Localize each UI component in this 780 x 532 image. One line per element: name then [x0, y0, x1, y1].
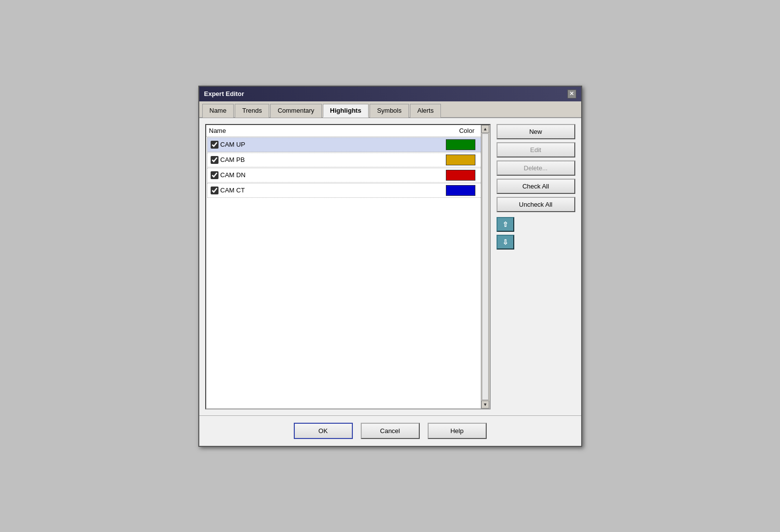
delete-button[interactable]: Delete... [497, 160, 575, 176]
tab-commentary[interactable]: Commentary [270, 104, 321, 118]
close-button[interactable]: ✕ [567, 90, 576, 98]
title-bar: Expert Editor ✕ [199, 87, 581, 101]
list-header: Name Color [206, 125, 490, 137]
move-down-button[interactable]: ⇩ [497, 235, 514, 250]
item-checkbox-cam-dn[interactable] [211, 171, 218, 179]
help-button[interactable]: Help [428, 423, 487, 439]
item-name-cam-up: CAM UP [220, 141, 446, 148]
down-arrow-icon: ⇩ [502, 238, 508, 246]
highlights-list-panel: Name Color CAM UP CAM PB CAM DN [205, 124, 491, 409]
item-checkbox-cam-pb[interactable] [211, 156, 218, 164]
expert-editor-dialog: Expert Editor ✕ Name Trends Commentary H… [198, 86, 582, 447]
tab-bar: Name Trends Commentary Highlights Symbol… [199, 101, 581, 118]
new-button[interactable]: New [497, 124, 575, 139]
list-scrollbar[interactable]: ▲ ▼ [481, 125, 490, 408]
tab-trends[interactable]: Trends [235, 104, 269, 118]
uncheck-all-button[interactable]: Uncheck All [497, 197, 575, 212]
right-panel: New Edit Delete... Check All Uncheck All… [497, 124, 575, 409]
item-checkbox-cam-up[interactable] [211, 141, 218, 149]
tab-alerts[interactable]: Alerts [410, 104, 441, 118]
list-items-container: CAM UP CAM PB CAM DN CAM CT [206, 137, 490, 408]
list-item[interactable]: CAM CT [207, 183, 489, 198]
edit-button[interactable]: Edit [497, 142, 575, 157]
item-color-cam-up [446, 139, 475, 150]
list-item[interactable]: CAM PB [207, 153, 489, 167]
scroll-down-btn[interactable]: ▼ [481, 401, 489, 408]
item-color-cam-ct [446, 185, 475, 196]
arrow-buttons: ⇧ ⇩ [497, 217, 575, 250]
scroll-up-btn[interactable]: ▲ [481, 125, 489, 133]
item-color-cam-dn [446, 170, 475, 181]
item-color-cam-pb [446, 155, 475, 165]
tab-name[interactable]: Name [202, 104, 234, 118]
item-checkbox-cam-ct[interactable] [211, 187, 218, 194]
close-icon: ✕ [569, 91, 574, 97]
item-name-cam-dn: CAM DN [220, 171, 446, 179]
item-name-cam-pb: CAM PB [220, 156, 446, 163]
ok-button[interactable]: OK [294, 423, 353, 439]
main-content: Name Color CAM UP CAM PB CAM DN [199, 118, 581, 415]
up-arrow-icon: ⇧ [502, 220, 508, 228]
item-name-cam-ct: CAM CT [220, 187, 446, 194]
dialog-title: Expert Editor [204, 90, 245, 97]
check-all-button[interactable]: Check All [497, 179, 575, 194]
tab-symbols[interactable]: Symbols [370, 104, 409, 118]
list-item[interactable]: CAM UP [207, 137, 489, 152]
cancel-button[interactable]: Cancel [361, 423, 420, 439]
bottom-bar: OK Cancel Help [199, 415, 581, 446]
list-item[interactable]: CAM DN [207, 168, 489, 183]
scroll-track [482, 133, 489, 400]
col-name-header: Name [209, 127, 447, 134]
move-up-button[interactable]: ⇧ [497, 217, 514, 232]
tab-highlights[interactable]: Highlights [323, 104, 369, 118]
